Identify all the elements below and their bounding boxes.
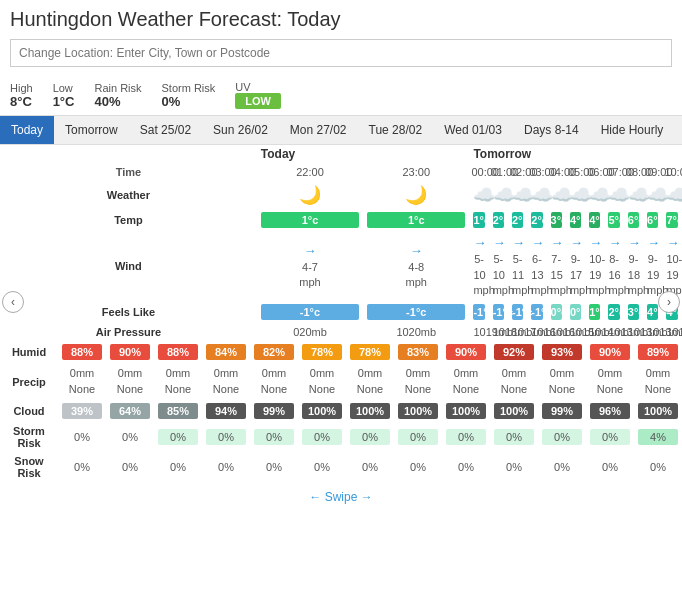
low-label: Low: [53, 82, 75, 94]
cloud-value: 85%: [158, 403, 198, 419]
precip-cell: 0mmNone: [490, 363, 538, 400]
humid-row: Humid 88% 90% 88% 84% 82% 78% 78% 83% 90…: [0, 341, 682, 363]
wind-row: Wind →4-7mph →4-8mph →5-10mph →5-10mph →…: [0, 231, 682, 301]
time-cell: 04:00: [547, 163, 566, 181]
wind-cell: →4-8mph: [363, 231, 469, 301]
location-input[interactable]: [10, 39, 672, 67]
tab-days8-14[interactable]: Days 8-14: [513, 116, 590, 144]
temp-value: 3°c: [551, 212, 562, 228]
snow-cell: 0%: [442, 452, 490, 482]
air-cell: 1020mb: [363, 323, 469, 341]
storm-value: 0%: [158, 429, 198, 445]
uv-label: UV: [235, 81, 281, 93]
temp-cell: 2°c: [508, 209, 527, 231]
temp-cell: 3°c: [547, 209, 566, 231]
wind-arrow-icon: →: [303, 243, 316, 258]
humid-value: 88%: [158, 344, 198, 360]
snow-cell: 0%: [490, 452, 538, 482]
uv-value: LOW: [235, 93, 281, 109]
storm-cell: 0%: [442, 422, 490, 452]
feels-cell: -1°c: [363, 301, 469, 323]
time-cell: 23:00: [363, 163, 469, 181]
humid-row-label: Humid: [0, 341, 58, 363]
feels-cell: -1°c: [257, 301, 363, 323]
humid-cell: 89%: [634, 341, 682, 363]
cloud-value: 39%: [62, 403, 102, 419]
storm-cell: 0%: [490, 422, 538, 452]
location-bar: [10, 39, 672, 67]
low-value: 1°C: [53, 94, 75, 109]
wind-arrow-icon: →: [512, 235, 525, 250]
tab-sun2602[interactable]: Sun 26/02: [202, 116, 279, 144]
time-row: Time 22:00 23:00 00:00 01:00 02:00 03:00…: [0, 163, 682, 181]
precip-cell: 0mmNone: [298, 363, 346, 400]
tab-mon2702[interactable]: Mon 27/02: [279, 116, 358, 144]
tomorrow-period-label: Tomorrow: [469, 145, 682, 163]
storm-cell: 0%: [58, 422, 106, 452]
cloud-value: 100%: [350, 403, 390, 419]
weather-row-label: Weather: [0, 181, 257, 209]
tab-hide-hourly[interactable]: Hide Hourly: [590, 116, 675, 144]
precip-cell: 0mmNone: [394, 363, 442, 400]
precip-cell: 0mmNone: [634, 363, 682, 400]
time-cell: 01:00: [489, 163, 508, 181]
tab-celsius[interactable]: C: [674, 116, 682, 144]
storm-value: 0%: [494, 429, 534, 445]
humid-value: 83%: [398, 344, 438, 360]
storm-cell: 0%: [394, 422, 442, 452]
feels-value: -1°c: [473, 304, 484, 320]
tab-tue2802[interactable]: Tue 28/02: [358, 116, 434, 144]
temp-value: 1°c: [473, 212, 484, 228]
humid-cell: 83%: [394, 341, 442, 363]
cloud-cell: 96%: [586, 400, 634, 422]
storm-cell: 0%: [154, 422, 202, 452]
forecast-table-container: Today Tomorrow Time 22:00 23:00 00:00 01…: [0, 145, 682, 482]
high-label: High: [10, 82, 33, 94]
humid-value: 88%: [62, 344, 102, 360]
cloud-cell: 100%: [298, 400, 346, 422]
humid-value: 93%: [542, 344, 582, 360]
temp-cell: 4°c: [566, 209, 585, 231]
time-cell: 10:00: [662, 163, 682, 181]
tab-sat2502[interactable]: Sat 25/02: [129, 116, 202, 144]
weather-icon: 🌙: [405, 185, 427, 205]
feels-cell: -1°c: [469, 301, 488, 323]
humid-value: 90%: [110, 344, 150, 360]
feels-value: 0°c: [551, 304, 562, 320]
temp-cell: 6°c: [643, 209, 662, 231]
air-pressure-row: Air Pressure 020mb 1020mb 1019mb 1018mb …: [0, 323, 682, 341]
storm-value: 0%: [446, 429, 486, 445]
storm-value: 0%: [590, 429, 630, 445]
period-header-row: Today Tomorrow: [0, 145, 682, 163]
cloud-cell: 100%: [346, 400, 394, 422]
storm-value: 0%: [162, 94, 216, 109]
storm-cell: 4%: [634, 422, 682, 452]
temp-row-label: Temp: [0, 209, 257, 231]
temp-cell: 2°c: [527, 209, 546, 231]
tab-wed0103[interactable]: Wed 01/03: [433, 116, 513, 144]
humid-cell: 90%: [442, 341, 490, 363]
time-cell: 06:00: [585, 163, 604, 181]
temp-cell: 1°c: [363, 209, 469, 231]
time-row-label: Time: [0, 163, 257, 181]
humid-cell: 78%: [346, 341, 394, 363]
humid-cell: 90%: [586, 341, 634, 363]
snow-cell: 0%: [538, 452, 586, 482]
cloud-cell: 39%: [58, 400, 106, 422]
storm-cell: 0%: [538, 422, 586, 452]
storm-cell: 0%: [586, 422, 634, 452]
wind-arrow-icon: →: [493, 235, 506, 250]
temp-value: 2°c: [531, 212, 542, 228]
feels-cell: 3°c: [624, 301, 643, 323]
cloud-value: 100%: [446, 403, 486, 419]
tab-today[interactable]: Today: [0, 116, 54, 144]
storm-cell: 0%: [202, 422, 250, 452]
precip-cell: 0mmNone: [586, 363, 634, 400]
temp-value: 6°c: [628, 212, 639, 228]
wind-arrow-icon: →: [628, 235, 641, 250]
feels-value: -1°c: [512, 304, 523, 320]
weather-icon: ☁️: [666, 185, 682, 205]
time-cell: 09:00: [643, 163, 662, 181]
tab-tomorrow[interactable]: Tomorrow: [54, 116, 129, 144]
cloud-value: 99%: [254, 403, 294, 419]
